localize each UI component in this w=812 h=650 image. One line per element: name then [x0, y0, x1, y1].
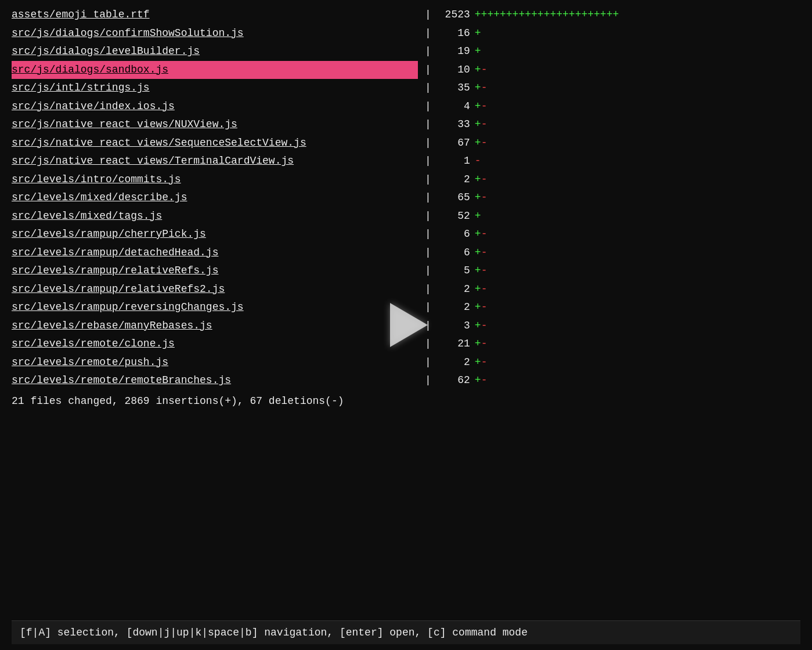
column-separator: | [425, 262, 431, 280]
file-name[interactable]: src/levels/rampup/relativeRefs.js [12, 262, 418, 280]
stat-number: 16 [438, 24, 470, 43]
file-name[interactable]: src/js/dialogs/confirmShowSolution.js [12, 24, 418, 43]
stat-number: 5 [438, 262, 470, 280]
stat-number: 21 [438, 335, 470, 353]
column-separator: | [425, 61, 431, 80]
file-row: src/levels/rampup/detachedHead.js|6+- [12, 244, 800, 262]
stat-bar: +++++++++++++++++++++++ [475, 6, 619, 24]
play-icon [390, 303, 428, 347]
stat-bar: +- [475, 371, 488, 390]
file-name[interactable]: src/levels/rampup/relativeRefs2.js [12, 280, 418, 299]
column-separator: | [425, 98, 431, 116]
play-button[interactable] [380, 299, 432, 351]
file-name[interactable]: src/js/native_react_views/SequenceSelect… [12, 134, 418, 153]
file-name[interactable]: src/js/dialogs/levelBuilder.js [12, 42, 418, 61]
column-separator: | [425, 207, 431, 226]
stat-number: 2 [438, 280, 470, 299]
file-name[interactable]: src/levels/intro/commits.js [12, 171, 418, 189]
stat-bar: +- [475, 335, 488, 353]
stat-bar: +- [475, 353, 488, 372]
stat-number: 3 [438, 317, 470, 335]
file-row: src/js/dialogs/sandbox.js|10+- [12, 61, 800, 80]
file-row: src/js/dialogs/levelBuilder.js|19+ [12, 42, 800, 61]
stat-number: 19 [438, 42, 470, 61]
file-name[interactable]: src/levels/remote/remoteBranches.js [12, 371, 418, 390]
stat-bar: +- [475, 280, 488, 299]
file-name[interactable]: assets/emoji_table.rtf [12, 6, 418, 24]
file-name[interactable]: src/js/intl/strings.js [12, 79, 418, 98]
stat-number: 67 [438, 134, 470, 153]
file-name[interactable]: src/levels/rebase/manyRebases.js [12, 317, 418, 335]
file-row: src/levels/rampup/relativeRefs.js|5+- [12, 262, 800, 280]
column-separator: | [425, 24, 431, 43]
column-separator: | [425, 115, 431, 134]
file-row: src/levels/rampup/relativeRefs2.js|2+- [12, 280, 800, 299]
stat-number: 2 [438, 353, 470, 372]
column-separator: | [425, 134, 431, 153]
stat-number: 52 [438, 207, 470, 226]
file-name[interactable]: src/js/native_react_views/NUXView.js [12, 115, 418, 134]
file-row: src/js/native_react_views/TerminalCardVi… [12, 152, 800, 171]
file-row: assets/emoji_table.rtf|2523+++++++++++++… [12, 6, 800, 24]
file-row: src/js/native_react_views/NUXView.js|33+… [12, 115, 800, 134]
status-bar-text: [f|A] selection, [down|j|up|k|space|b] n… [20, 627, 528, 638]
stat-number: 1 [438, 152, 470, 171]
summary-row: 21 files changed, 2869 insertions(+), 67… [12, 392, 800, 411]
stat-number: 2 [438, 298, 470, 317]
file-row: src/js/dialogs/confirmShowSolution.js|16… [12, 24, 800, 43]
stat-bar: +- [475, 171, 488, 189]
stat-bar: +- [475, 189, 488, 207]
column-separator: | [425, 171, 431, 189]
stat-bar: +- [475, 61, 488, 80]
column-separator: | [425, 6, 431, 24]
file-row: src/js/native/index.ios.js|4+- [12, 98, 800, 116]
status-bar: [f|A] selection, [down|j|up|k|space|b] n… [12, 620, 800, 644]
file-name[interactable]: src/levels/rampup/detachedHead.js [12, 244, 418, 262]
stat-bar: +- [475, 79, 488, 98]
column-separator: | [425, 371, 431, 390]
column-separator: | [425, 152, 431, 171]
stat-bar: +- [475, 262, 488, 280]
stat-bar: + [475, 207, 481, 226]
stat-bar: +- [475, 115, 488, 134]
file-row: src/levels/intro/commits.js|2+- [12, 171, 800, 189]
stat-number: 62 [438, 371, 470, 390]
file-name[interactable]: src/levels/mixed/describe.js [12, 189, 418, 207]
file-name[interactable]: src/levels/rampup/reversingChanges.js [12, 298, 418, 317]
stat-number: 2 [438, 171, 470, 189]
stat-number: 35 [438, 79, 470, 98]
stat-bar: + [475, 24, 481, 43]
file-name[interactable]: src/js/native_react_views/TerminalCardVi… [12, 152, 418, 171]
file-name[interactable]: src/levels/rampup/cherryPick.js [12, 225, 418, 244]
column-separator: | [425, 42, 431, 61]
column-separator: | [425, 353, 431, 372]
file-name[interactable]: src/levels/remote/clone.js [12, 335, 418, 353]
stat-number: 65 [438, 189, 470, 207]
column-separator: | [425, 79, 431, 98]
file-name[interactable]: src/js/native/index.ios.js [12, 98, 418, 116]
file-row: src/levels/mixed/tags.js|52+ [12, 207, 800, 226]
stat-number: 2523 [438, 6, 470, 24]
stat-bar: +- [475, 134, 488, 153]
file-row: src/levels/remote/push.js|2+- [12, 353, 800, 372]
stat-bar: +- [475, 98, 488, 116]
stat-number: 4 [438, 98, 470, 116]
file-row: src/js/native_react_views/SequenceSelect… [12, 134, 800, 153]
stat-number: 6 [438, 244, 470, 262]
stat-bar: +- [475, 225, 488, 244]
stat-number: 10 [438, 61, 470, 80]
file-row: src/levels/rampup/cherryPick.js|6+- [12, 225, 800, 244]
file-row: src/levels/remote/remoteBranches.js|62+- [12, 371, 800, 390]
file-name[interactable]: src/levels/remote/push.js [12, 353, 418, 372]
file-row: src/js/intl/strings.js|35+- [12, 79, 800, 98]
stat-bar: + [475, 42, 481, 61]
file-row: src/levels/mixed/describe.js|65+- [12, 189, 800, 207]
stat-number: 33 [438, 115, 470, 134]
stat-bar: +- [475, 298, 488, 317]
file-name[interactable]: src/js/dialogs/sandbox.js [12, 61, 418, 80]
column-separator: | [425, 244, 431, 262]
file-name[interactable]: src/levels/mixed/tags.js [12, 207, 418, 226]
column-separator: | [425, 225, 431, 244]
stat-bar: +- [475, 317, 488, 335]
column-separator: | [425, 280, 431, 299]
